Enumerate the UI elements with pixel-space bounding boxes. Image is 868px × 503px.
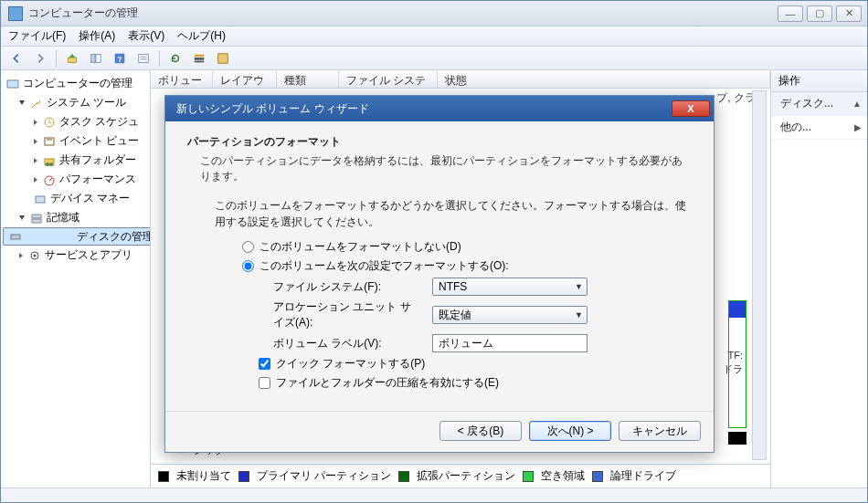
chevron-right-icon: ▶ [854,122,862,132]
nav-tree[interactable]: コンピューターの管理 システム ツール タスク スケジュ イベント ビュー 共有 [1,70,151,487]
statusbar [1,487,867,502]
window-title: コンピューターの管理 [28,5,138,21]
svg-point-18 [49,162,53,166]
row-volume-label: ボリューム ラベル(V): [273,334,692,352]
action-other[interactable]: 他の... ▶ [771,116,867,140]
performance-icon [43,173,56,186]
tree-task-scheduler[interactable]: タスク スケジュ [3,112,148,131]
compress-label: ファイルとフォルダーの圧縮を有効にする(E) [276,375,499,391]
svg-point-25 [34,254,37,257]
legend-logical: 論理ドライブ [610,468,676,484]
compress-checkbox[interactable] [259,377,270,389]
action-disk[interactable]: ディスク... ▲ [771,92,867,116]
svg-rect-9 [195,58,205,60]
refresh-button[interactable] [165,49,185,68]
tree-device-manager[interactable]: デバイス マネー [3,189,148,208]
cancel-button[interactable]: キャンセル [619,421,701,441]
ntfs-fragment: TF: [728,350,744,361]
radio-do-format-label: このボリュームを次の設定でフォーマットする(O): [259,258,509,274]
filesystem-select[interactable]: NTFS ▼ [432,278,587,296]
dialog-buttons: < 戻る(B) 次へ(N) > キャンセル [165,411,714,452]
back-button[interactable] [6,49,26,68]
dialog-title: 新しいシンプル ボリューム ウィザード [176,101,672,117]
quick-format-checkbox[interactable] [259,358,270,370]
dialog-body: パーティションのフォーマット このパーティションにデータを格納するには、最初にパ… [165,121,714,411]
svg-rect-8 [195,54,205,57]
window-buttons: — ▢ ✕ [776,5,863,22]
svg-text:?: ? [117,54,122,63]
properties-button[interactable] [133,49,153,68]
svg-rect-20 [36,196,45,203]
menu-action[interactable]: 操作(A) [79,28,115,44]
menu-help[interactable]: ヘルプ(H) [177,28,226,44]
event-icon [43,135,56,148]
tree-performance[interactable]: パフォーマンス [3,170,148,189]
svg-rect-1 [91,54,95,62]
shared-folder-icon [43,154,56,167]
col-layout[interactable]: レイアウト [213,70,277,88]
show-hide-tree-button[interactable] [86,49,106,68]
column-headers: ボリューム レイアウト 種類 ファイル システム 状態 [151,70,770,89]
radio-no-format-label: このボリュームをフォーマットしない(D) [259,239,461,255]
scrollbar[interactable] [752,90,767,460]
dialog-instruction: このボリュームをフォーマットするかどうかを選択してください。フォーマットする場合… [215,197,692,230]
menu-view[interactable]: 表示(V) [128,28,164,44]
allocation-select[interactable]: 既定値 ▼ [432,306,587,324]
col-type[interactable]: 種類 [277,70,339,88]
radio-do-format-input[interactable] [242,260,254,272]
svg-rect-21 [32,215,41,218]
tree-disk-management[interactable]: ディスクの管理 [3,227,151,246]
close-button[interactable]: ✕ [836,5,862,22]
svg-rect-11 [218,53,228,63]
help-button[interactable]: ? [110,49,130,68]
radio-no-format[interactable]: このボリュームをフォーマットしない(D) [242,239,692,255]
allocation-label: アロケーション ユニット サイズ(A): [273,299,419,330]
radio-do-format[interactable]: このボリュームを次の設定でフォーマットする(O): [242,258,692,274]
svg-rect-23 [11,235,20,239]
tree-event-viewer[interactable]: イベント ビュー [3,131,148,151]
legend-free: 空き領域 [541,468,585,484]
tree-services[interactable]: サービスとアプリ [3,246,148,265]
row-compress[interactable]: ファイルとフォルダーの圧縮を有効にする(E) [259,375,692,391]
menu-file[interactable]: ファイル(F) [8,28,66,44]
svg-rect-22 [32,219,41,223]
row-filesystem: ファイル システム(F): NTFS ▼ [273,278,692,296]
maximize-button[interactable]: ▢ [807,5,832,22]
dialog-titlebar: 新しいシンプル ボリューム ウィザード X [165,96,714,121]
tree-system-tools[interactable]: システム ツール [3,93,148,112]
col-status[interactable]: 状態 [438,70,770,88]
device-icon [34,193,47,205]
menubar: ファイル(F) 操作(A) 表示(V) ヘルプ(H) [1,26,867,47]
dialog-subheading: このパーティションにデータを格納するには、最初にパーティションをフォーマットする… [187,153,692,184]
col-volume[interactable]: ボリューム [151,70,213,88]
actions-pane: 操作 ディスク... ▲ 他の... ▶ [770,70,867,487]
svg-rect-0 [69,58,77,62]
up-button[interactable] [62,49,82,68]
chevron-down-icon: ▼ [575,310,583,320]
row-quick-format[interactable]: クイック フォーマットする(P) [259,356,692,372]
filesystem-label: ファイル システム(F): [273,279,419,295]
tree-storage[interactable]: 記憶域 [3,208,148,227]
settings-list-button[interactable] [189,49,209,68]
volume-label-input[interactable] [432,334,587,352]
minimize-button[interactable]: — [778,5,803,22]
svg-rect-2 [96,54,101,62]
radio-no-format-input[interactable] [242,241,254,253]
tree-root[interactable]: コンピューターの管理 [3,74,148,93]
next-button[interactable]: 次へ(N) > [529,421,611,441]
legend: 未割り当て プライマリ パーティション 拡張パーティション 空き領域 論理ドライ… [151,464,770,487]
forward-button[interactable] [30,49,50,68]
actions-header: 操作 [771,70,867,92]
tree-shared-folders[interactable]: 共有フォルダー [3,151,148,170]
chevron-down-icon: ▼ [575,282,583,291]
app-icon [8,6,23,21]
drive-fragment: ドラ [723,362,743,376]
back-button[interactable]: < 戻る(B) [439,421,522,441]
disk-icon [9,230,22,243]
dialog-close-button[interactable]: X [672,100,710,117]
settings-detail-button[interactable] [213,49,233,68]
computer-icon [6,78,19,90]
legend-primary: プライマリ パーティション [257,468,391,484]
disk-bar-fragment [728,432,746,445]
col-filesystem[interactable]: ファイル システム [339,70,438,88]
